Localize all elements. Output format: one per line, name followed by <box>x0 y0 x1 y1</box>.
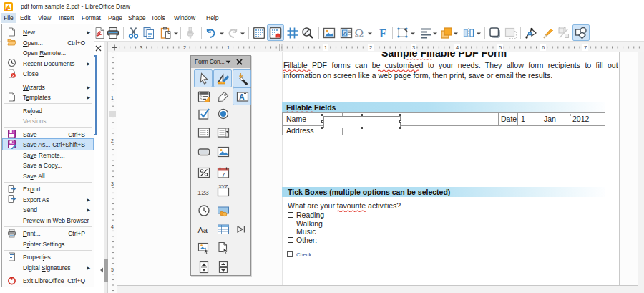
svg-text:7: 7 <box>222 170 225 178</box>
svg-text:3: 3 <box>111 181 114 186</box>
svg-text:A: A <box>239 92 245 101</box>
svg-text:Aa: Aa <box>198 226 208 234</box>
svg-text:4: 4 <box>111 224 114 229</box>
svg-text:1: 1 <box>111 95 114 100</box>
svg-text:4: 4 <box>456 44 459 51</box>
svg-text:A: A <box>343 29 348 36</box>
svg-text:3: 3 <box>140 44 142 51</box>
svg-text:123: 123 <box>197 188 209 196</box>
svg-text:5: 5 <box>499 44 502 51</box>
svg-text:Ω: Ω <box>355 27 364 39</box>
svg-text:6: 6 <box>542 44 545 51</box>
svg-text:XYZ: XYZ <box>219 185 228 189</box>
svg-text:7: 7 <box>584 44 587 51</box>
svg-text:2: 2 <box>183 44 186 51</box>
svg-text:2: 2 <box>369 44 372 51</box>
svg-text:2: 2 <box>111 138 114 143</box>
svg-text:1: 1 <box>227 44 230 51</box>
svg-text:F: F <box>379 27 386 39</box>
svg-text:5: 5 <box>111 267 114 272</box>
svg-text:3: 3 <box>412 44 415 51</box>
svg-text:1: 1 <box>324 44 327 51</box>
